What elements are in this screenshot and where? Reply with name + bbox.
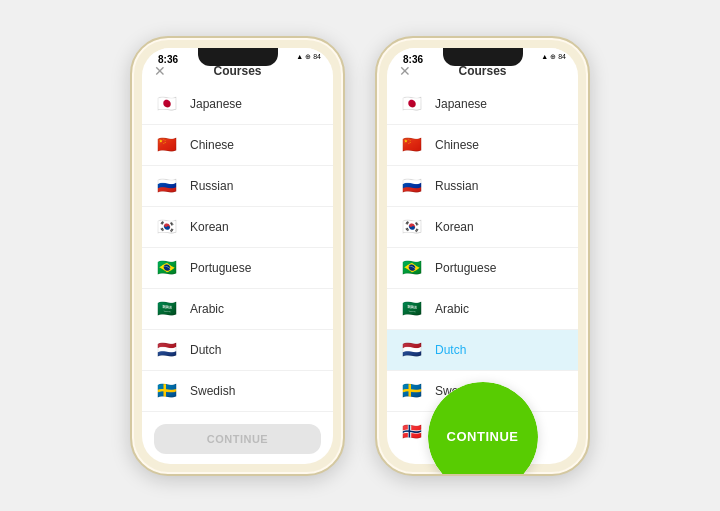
list-item-swedish[interactable]: 🇸🇪Swedish [142, 371, 333, 412]
swedish-label: Swedish [190, 384, 235, 398]
list-item-korean[interactable]: 🇰🇷Korean [142, 207, 333, 248]
swedish-flag-icon: 🇸🇪 [399, 378, 425, 404]
status-bar-right: 8:36 ▲ ⊕ 84 [387, 48, 578, 56]
dutch-label: Dutch [435, 343, 466, 357]
arabic-label: Arabic [435, 302, 469, 316]
russian-flag-icon: 🇷🇺 [399, 173, 425, 199]
chinese-label: Chinese [190, 138, 234, 152]
korean-flag-icon: 🇰🇷 [399, 214, 425, 240]
list-item-japanese[interactable]: 🇯🇵Japanese [142, 84, 333, 125]
list-item-dutch[interactable]: 🇳🇱Dutch [387, 330, 578, 371]
phone-left: 8:36 ▲ ⊕ 84 ✕ Courses 🇯🇵Japanese🇨🇳Chines… [130, 36, 345, 476]
chinese-flag-icon: 🇨🇳 [154, 132, 180, 158]
chinese-flag-icon: 🇨🇳 [399, 132, 425, 158]
korean-flag-icon: 🇰🇷 [154, 214, 180, 240]
list-item-arabic[interactable]: 🇸🇦Arabic [387, 289, 578, 330]
dutch-flag-icon: 🇳🇱 [399, 337, 425, 363]
courses-title-right: Courses [458, 64, 506, 78]
close-button-left[interactable]: ✕ [154, 63, 166, 79]
korean-label: Korean [435, 220, 474, 234]
list-item-portuguese[interactable]: 🇧🇷Portuguese [142, 248, 333, 289]
dutch-flag-icon: 🇳🇱 [154, 337, 180, 363]
courses-header-right: ✕ Courses [387, 56, 578, 84]
continue-bar-left: CONTINUE [142, 416, 333, 464]
japanese-label: Japanese [435, 97, 487, 111]
arabic-flag-icon: 🇸🇦 [154, 296, 180, 322]
courses-header-left: ✕ Courses [142, 56, 333, 84]
courses-title-left: Courses [213, 64, 261, 78]
portuguese-label: Portuguese [190, 261, 251, 275]
swedish-flag-icon: 🇸🇪 [154, 378, 180, 404]
courses-list-left: 🇯🇵Japanese🇨🇳Chinese🇷🇺Russian🇰🇷Korean🇧🇷Po… [142, 84, 333, 416]
status-bar-left: 8:36 ▲ ⊕ 84 [142, 48, 333, 56]
list-item-portuguese[interactable]: 🇧🇷Portuguese [387, 248, 578, 289]
arabic-flag-icon: 🇸🇦 [399, 296, 425, 322]
list-item-arabic[interactable]: 🇸🇦Arabic [142, 289, 333, 330]
list-item-japanese[interactable]: 🇯🇵Japanese [387, 84, 578, 125]
close-button-right[interactable]: ✕ [399, 63, 411, 79]
portuguese-label: Portuguese [435, 261, 496, 275]
japanese-flag-icon: 🇯🇵 [399, 91, 425, 117]
portuguese-flag-icon: 🇧🇷 [154, 255, 180, 281]
chinese-label: Chinese [435, 138, 479, 152]
list-item-chinese[interactable]: 🇨🇳Chinese [387, 125, 578, 166]
list-item-chinese[interactable]: 🇨🇳Chinese [142, 125, 333, 166]
continue-button-left[interactable]: CONTINUE [154, 424, 321, 454]
arabic-label: Arabic [190, 302, 224, 316]
russian-label: Russian [190, 179, 233, 193]
phone-right: 8:36 ▲ ⊕ 84 ✕ Courses 🇯🇵Japanese🇨🇳Chines… [375, 36, 590, 476]
dutch-label: Dutch [190, 343, 221, 357]
russian-flag-icon: 🇷🇺 [154, 173, 180, 199]
list-item-dutch[interactable]: 🇳🇱Dutch [142, 330, 333, 371]
japanese-flag-icon: 🇯🇵 [154, 91, 180, 117]
japanese-label: Japanese [190, 97, 242, 111]
russian-label: Russian [435, 179, 478, 193]
list-item-russian[interactable]: 🇷🇺Russian [142, 166, 333, 207]
korean-label: Korean [190, 220, 229, 234]
scene: 8:36 ▲ ⊕ 84 ✕ Courses 🇯🇵Japanese🇨🇳Chines… [130, 36, 590, 476]
list-item-russian[interactable]: 🇷🇺Russian [387, 166, 578, 207]
portuguese-flag-icon: 🇧🇷 [399, 255, 425, 281]
list-item-korean[interactable]: 🇰🇷Korean [387, 207, 578, 248]
norwegian-flag-icon: 🇳🇴 [399, 419, 425, 445]
